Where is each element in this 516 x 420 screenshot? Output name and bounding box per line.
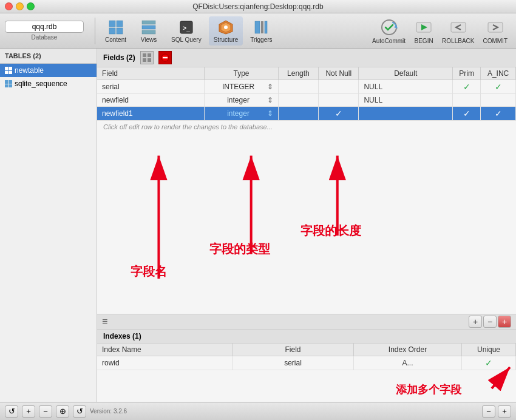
svg-point-11 bbox=[224, 25, 228, 29]
index-name: rowid bbox=[97, 356, 232, 370]
svg-rect-3 bbox=[117, 28, 123, 34]
table-row[interactable]: newfield integer ⇕ NULL bbox=[97, 94, 516, 107]
svg-rect-23 bbox=[143, 58, 146, 62]
db-name[interactable]: qqq.rdb bbox=[5, 21, 84, 33]
content-label: Content bbox=[105, 36, 126, 43]
idx-col-unique: Unique bbox=[462, 344, 516, 356]
sidebar-item-newtable[interactable]: newtable bbox=[0, 64, 97, 77]
begin-button[interactable]: BEGIN bbox=[410, 15, 437, 47]
table-row-selected[interactable]: newfield1 integer ⇕ ✓ ✓ ✓ bbox=[97, 107, 516, 121]
triggers-button[interactable]: Triggers bbox=[245, 16, 277, 46]
field-name-annotation: 字段名 bbox=[131, 263, 167, 280]
main-layout: TABLES (2) newtable sqlite_sequence Fiel… bbox=[0, 49, 516, 402]
tables-header: TABLES (2) bbox=[0, 49, 97, 64]
rollback-button[interactable]: ROLLBACK bbox=[438, 15, 478, 47]
refresh2-button[interactable]: ↺ bbox=[73, 405, 86, 418]
fields-table: Field Type Length Not Null Default Prim … bbox=[97, 67, 516, 121]
bottom-bar: ↺ + − ⊕ ↺ Version: 3.2.6 − + bbox=[0, 402, 516, 420]
field-length bbox=[278, 80, 318, 94]
field-type: integer ⇕ bbox=[205, 94, 279, 107]
field-notnull bbox=[319, 94, 359, 107]
close-button[interactable] bbox=[5, 2, 13, 10]
indexes-title: Indexes (1) bbox=[103, 332, 141, 340]
add-fields-annotation-area: 添加多个字段 bbox=[97, 370, 516, 402]
window-title: QFDisk:Users:qianfeng:Desktop:qqq.rdb bbox=[192, 2, 323, 11]
remove-table-button[interactable]: − bbox=[39, 405, 52, 418]
field-length bbox=[278, 107, 318, 121]
field-name: newfield1 bbox=[97, 107, 205, 121]
idx-col-field: Field bbox=[232, 344, 353, 356]
structure-label: Structure bbox=[214, 36, 239, 43]
svg-text:>_: >_ bbox=[183, 25, 190, 32]
rollback-icon bbox=[449, 18, 468, 37]
field-notnull bbox=[319, 80, 359, 94]
increase-button[interactable]: + bbox=[498, 405, 511, 418]
col-default: Default bbox=[359, 67, 453, 80]
idx-col-name: Index Name bbox=[97, 344, 232, 356]
database-section: qqq.rdb Database bbox=[5, 21, 84, 41]
autocommit-button[interactable]: AutoCommit bbox=[368, 15, 409, 47]
fields-remove-button[interactable]: − bbox=[483, 316, 497, 328]
table-row[interactable]: serial INTEGER ⇕ NULL ✓ ✓ bbox=[97, 80, 516, 94]
col-type: Type bbox=[205, 67, 279, 80]
window-controls[interactable] bbox=[5, 2, 35, 10]
add-table-button[interactable]: + bbox=[22, 405, 35, 418]
decrease-button[interactable]: − bbox=[482, 405, 495, 418]
triggers-icon bbox=[253, 19, 270, 36]
svg-rect-24 bbox=[148, 58, 151, 62]
maximize-button[interactable] bbox=[27, 2, 35, 10]
fields-title: Fields (2) bbox=[103, 53, 135, 62]
sql-query-button[interactable]: >_ SQL Query bbox=[166, 16, 206, 46]
structure-button[interactable]: Structure bbox=[209, 16, 243, 46]
sql-query-icon: >_ bbox=[178, 19, 195, 36]
fields-icon-1 bbox=[140, 51, 154, 64]
svg-line-32 bbox=[492, 367, 510, 388]
svg-rect-19 bbox=[451, 22, 466, 32]
field-prim: ✓ bbox=[453, 80, 481, 94]
commit-button[interactable]: COMMIT bbox=[479, 15, 511, 47]
fields-add-right-button[interactable]: + bbox=[498, 316, 511, 328]
field-type-annotation: 字段的类型 bbox=[209, 241, 270, 257]
sqlite-sequence-label: sqlite_sequence bbox=[15, 80, 67, 88]
commit-section: AutoCommit BEGIN ROLLBACK bbox=[368, 15, 511, 47]
field-type: INTEGER ⇕ bbox=[205, 80, 279, 94]
duplicate-table-button[interactable]: ⊕ bbox=[56, 405, 69, 418]
newtable-label: newtable bbox=[15, 66, 44, 75]
field-default bbox=[359, 107, 453, 121]
add-fields-arrow bbox=[443, 364, 516, 395]
field-name: newfield bbox=[97, 94, 205, 107]
structure-icon bbox=[217, 19, 234, 36]
rollback-label: ROLLBACK bbox=[442, 38, 474, 44]
field-name: serial bbox=[97, 80, 205, 94]
field-type: integer ⇕ bbox=[205, 107, 279, 121]
sidebar-item-sqlite-sequence[interactable]: sqlite_sequence bbox=[0, 77, 97, 90]
content-button[interactable]: Content bbox=[100, 16, 131, 46]
indexes-header: Indexes (1) bbox=[97, 330, 516, 344]
svg-rect-21 bbox=[143, 53, 146, 57]
svg-rect-5 bbox=[142, 25, 155, 29]
field-length bbox=[278, 94, 318, 107]
col-notnull: Not Null bbox=[319, 67, 359, 80]
field-notnull: ✓ bbox=[319, 107, 359, 121]
minimize-button[interactable] bbox=[16, 2, 24, 10]
field-length-annotation: 字段的长度 bbox=[300, 223, 361, 239]
fields-add-button[interactable]: + bbox=[469, 316, 482, 328]
refresh-button[interactable]: ↺ bbox=[5, 405, 18, 418]
autocommit-icon bbox=[379, 18, 399, 37]
col-prim: Prim bbox=[453, 67, 481, 80]
fields-icon-2 bbox=[158, 51, 172, 64]
views-button[interactable]: Views bbox=[134, 16, 164, 46]
toolbar: qqq.rdb Database Content Views bbox=[0, 13, 516, 49]
col-field: Field bbox=[97, 67, 205, 80]
fields-table-wrapper: Field Type Length Not Null Default Prim … bbox=[97, 67, 516, 121]
svg-rect-20 bbox=[488, 22, 503, 32]
fields-menu-icon[interactable]: ≡ bbox=[102, 316, 107, 327]
field-prim bbox=[453, 94, 481, 107]
field-ainc: ✓ bbox=[481, 80, 516, 94]
table-icon-newtable bbox=[5, 67, 12, 74]
sql-query-label: SQL Query bbox=[171, 36, 202, 43]
version-label: Version: 3.2.6 bbox=[90, 408, 127, 415]
idx-col-order: Index Order bbox=[354, 344, 462, 356]
views-icon bbox=[140, 19, 157, 36]
field-prim: ✓ bbox=[453, 107, 481, 121]
